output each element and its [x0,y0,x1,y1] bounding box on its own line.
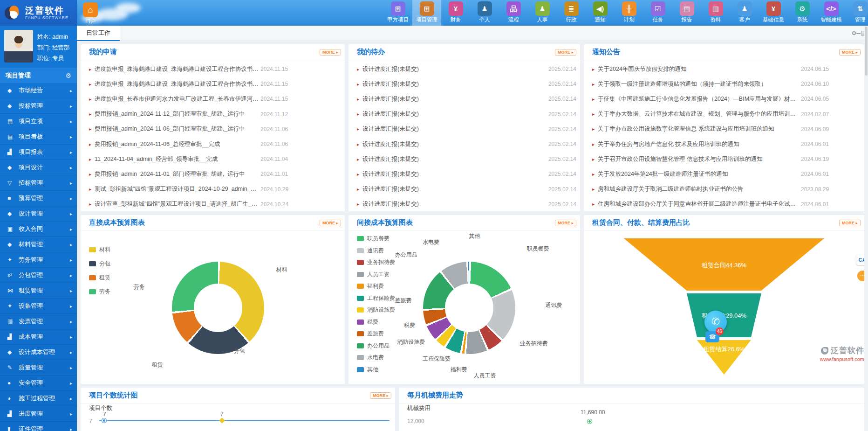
sidebar-item-分包管理[interactable]: x²分包管理▸ [0,268,77,283]
scrollbar-thumb[interactable] [865,27,868,76]
list-item[interactable]: ▸设计进度汇报(未提交)2025.02.14 [357,167,576,181]
legend-item[interactable]: 材料 [89,246,110,254]
list-item[interactable]: ▸设计进度汇报(未提交)2025.02.14 [357,182,576,197]
panel-toggle-icon[interactable]: ▤ [861,29,864,36]
nav-item-财务[interactable]: ¥财务 [441,0,470,26]
sidebar-item-投标管理[interactable]: ◆投标管理▸ [0,98,77,114]
sidebar-item-招标管理[interactable]: ▽招标管理▸ [0,175,77,191]
nav-item-项目管理[interactable]: ⊞项目管理 [412,0,441,26]
nav-item-任务[interactable]: ☑任务 [643,0,672,26]
sidebar-item-租赁管理[interactable]: ⋈租赁管理▸ [0,283,77,299]
sidebar-item-发票管理[interactable]: ▥发票管理▸ [0,314,77,329]
sidebar-item-设计成本管理[interactable]: ◆设计成本管理▸ [0,345,77,360]
sidebar-item-材料管理[interactable]: ◆材料管理▸ [0,237,77,252]
list-item[interactable]: ▸设计进度汇报(未提交)2025.02.14 [357,62,576,76]
legend-item[interactable]: 分包 [89,260,110,268]
list-item[interactable]: ▸住房和城乡建设部办公厅关于同意吉林省开展二级建造师注册证书电子化试点...20… [592,197,861,211]
legend-item[interactable]: 租赁 [89,274,110,282]
sidebar-item-项目报表[interactable]: ▟项目报表▸ [0,145,77,160]
list-item[interactable]: ▸测试_彭祖新城"四馆"景观工程设计项目_2024-10-29_admin_结束… [89,182,341,197]
scrollbar[interactable] [864,26,868,431]
list-item[interactable]: ▸设计进度汇报(未提交)2025.02.14 [357,122,576,137]
list-item[interactable]: ▸设计审查_彭祖新城"四馆"景观工程设计项目_请选择_胡广生_2024-10-2… [89,197,341,211]
list-item[interactable]: ▸关于2024年国庆节放假安排的通知2024.06.15 [592,62,861,76]
nav-item-客户[interactable]: ♟客户 [730,0,759,26]
avatar[interactable] [4,30,33,63]
sidebar-item-收入合同[interactable]: ▣收入合同▸ [0,222,77,237]
sidebar-item-市场经营[interactable]: ◆市场经营▸ [0,83,77,98]
legend-item[interactable]: 工程保险费 [357,294,395,302]
list-item[interactable]: ▸设计进度汇报(未提交)2025.02.14 [357,137,576,152]
legend-item[interactable]: 其他 [357,366,395,374]
legend-item[interactable]: 税费 [357,318,395,326]
legend-item[interactable]: 办公用品 [357,342,395,350]
legend-item[interactable]: 职员餐费 [357,235,395,243]
more-button[interactable]: MORE [320,49,341,56]
more-button[interactable]: MORE [555,49,576,56]
list-item[interactable]: ▸于征集《中国建筑施工行业信息化发展报告（2024）—BIM应用与发展》材料..… [592,91,861,106]
tab-daily-work[interactable]: 日常工作 [77,26,120,41]
nav-item-系统[interactable]: ⚙系统 [788,0,817,26]
nav-item-portal[interactable]: ⌂ 门户 [78,1,103,26]
legend-item[interactable]: 消防设施费 [357,306,395,314]
list-item[interactable]: ▸设计进度汇报(未提交)2025.02.14 [357,107,576,122]
sidebar-item-劳务管理[interactable]: ✦劳务管理▸ [0,252,77,268]
sidebar-item-设备管理[interactable]: ✦设备管理▸ [0,299,77,314]
list-item[interactable]: ▸设计进度汇报(未提交)2025.02.14 [357,91,576,106]
nav-item-基础信息[interactable]: ¥基础信息 [759,0,788,26]
list-item[interactable]: ▸关于举办大数据、云计算技术在城市建设、规划、管理与服务中的应用培训班...20… [592,107,861,122]
nav-item-报告[interactable]: ▤报告 [672,0,701,26]
list-item[interactable]: ▸11_2024-11-04_admin_经营部_领导审批__完成2024.11… [89,152,341,167]
legend-item[interactable]: 业务招待费 [357,258,395,266]
nav-item-智能建模[interactable]: </>智能建模 [817,0,846,26]
sidebar-item-设计管理[interactable]: ◆设计管理▸ [0,206,77,222]
list-item[interactable]: ▸进度款申报_珠海鹤港口建设_珠海鹤港口建设工程合作协议书_admin_...2… [89,76,341,91]
list-item[interactable]: ▸进度款申报_长春市伊通河水力发电厂改建工程_长春市伊通河水力发电...2024… [89,91,341,106]
nav-item-通知[interactable]: ◀)通知 [586,0,615,26]
legend-item[interactable]: 通讯费 [357,247,395,255]
list-item[interactable]: ▸关于举办住房与房地产信息化 技术及应用培训班的通知2024.06.01 [592,137,861,152]
list-item[interactable]: ▸进度款申报_珠海鹤港口建设_珠海鹤港口建设工程合作协议书_admin_...2… [89,62,341,76]
sidebar-item-项目立项[interactable]: ▤项目立项▸ [0,114,77,129]
more-button[interactable]: MORE [555,220,576,226]
nav-item-个人[interactable]: ♟个人 [470,0,499,26]
list-item[interactable]: ▸费用报销_admin_2024-11-12_部门经理审批_胡建,_运行中202… [89,107,341,122]
sidebar-item-项目看板[interactable]: ▤项目看板▸ [0,129,77,145]
sidebar-item-进度管理[interactable]: ▟进度管理▸ [0,406,77,422]
sidebar-item-证件管理[interactable]: ▮证件管理▸ [0,422,77,431]
nav-item-资料[interactable]: ▥资料 [701,0,730,26]
legend-item[interactable]: 水电费 [357,354,395,361]
more-button[interactable]: MORE [839,220,861,226]
nav-item-人事[interactable]: ♟人事 [528,0,557,26]
key-icon[interactable] [852,31,856,35]
legend-item[interactable]: 福利费 [357,282,395,290]
sidebar-item-预算管理[interactable]: ■预算管理▸ [0,191,77,206]
legend-item[interactable]: 人员工资 [357,271,395,278]
more-button[interactable]: MORE [320,220,341,226]
list-item[interactable]: ▸关于举办市政公用设施数字化管理信息 系统建设与应用培训班的通知2024.06.… [592,122,861,137]
list-item[interactable]: ▸设计进度汇报(未提交)2025.02.14 [357,76,576,91]
nav-item-甲方项目[interactable]: ⊞甲方项目 [383,0,412,26]
list-item[interactable]: ▸关于发放2024年第24批一级建造师注册证书的通知2024.06.01 [592,167,861,181]
sidebar-item-质量管理[interactable]: ✎质量管理▸ [0,360,77,375]
list-item[interactable]: ▸设计进度汇报(未提交)2025.02.14 [357,197,576,211]
list-item[interactable]: ▸关于领取一级注册建造师增项贴的通知（须持一建证书前来领取）2024.06.10 [592,76,861,91]
list-item[interactable]: ▸设计进度汇报(未提交)2025.02.14 [357,152,576,167]
list-item[interactable]: ▸费用报销_admin_2024-11-06_总经理审批__完成2024.11.… [89,137,341,152]
gear-icon[interactable]: ⚙ [65,72,71,79]
more-button[interactable]: MORE [839,49,861,56]
sidebar-item-项目设计[interactable]: ◆项目设计▸ [0,160,77,175]
sidebar-item-成本管理[interactable]: ▟成本管理▸ [0,329,77,345]
legend-item[interactable]: 差旅费 [357,330,395,338]
nav-item-计划[interactable]: ╫计划 [615,0,643,26]
legend-item[interactable]: 劳务 [89,288,110,296]
list-item[interactable]: ▸关于召开市政公用设施智慧化管理 信息技术与应用培训班的通知2024.06.19 [592,152,861,167]
nav-item-行政[interactable]: ≣行政 [557,0,586,26]
sidebar-section-project-management[interactable]: 项目管理 ⚙ [0,68,77,83]
list-item[interactable]: ▸费用报销_admin_2024-11-01_部门经理审批_胡建,_运行中202… [89,167,341,181]
more-button[interactable]: MORE [370,392,391,399]
nav-item-管理[interactable]: ⇅管理 [846,0,868,26]
list-item[interactable]: ▸费用报销_admin_2024-11-06_部门经理审批_胡建,_运行中202… [89,122,341,137]
sidebar-item-安全管理[interactable]: ●安全管理▸ [0,375,77,391]
sidebar-item-施工过程管理[interactable]: ◕施工过程管理▸ [0,391,77,406]
